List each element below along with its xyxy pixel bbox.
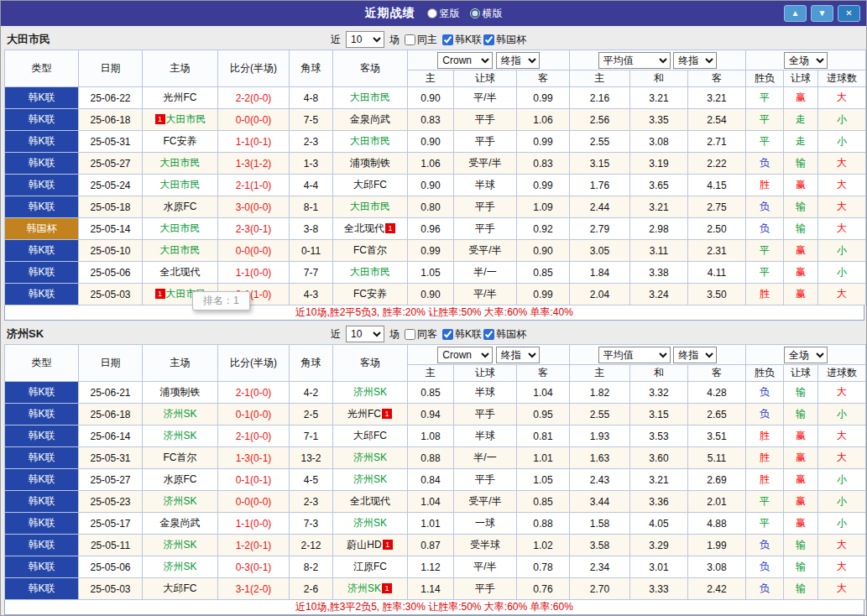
score-cell: 3-0(0-0) bbox=[218, 196, 290, 218]
rank-badge[interactable]: 1 bbox=[385, 223, 395, 233]
team-link: 浦项制铁 bbox=[160, 386, 201, 398]
same-venue-label: 同主 bbox=[417, 33, 437, 47]
euro-draw-odds: 3.36 bbox=[630, 491, 688, 513]
euro-draw-odds: 3.32 bbox=[630, 382, 688, 404]
match-row: 韩K联25-06-181大田市民0-0(0-0)7-5金泉尚武0.83平手1.0… bbox=[5, 109, 866, 131]
rank-badge[interactable]: 1 bbox=[155, 289, 165, 299]
vertical-radio[interactable] bbox=[427, 8, 437, 18]
scope-select[interactable]: 全场 bbox=[784, 347, 828, 363]
cup-filter[interactable]: 韩国杯 bbox=[483, 327, 526, 342]
handicap-result: 输 bbox=[784, 153, 818, 175]
away-team-cell: 济州SK1 bbox=[333, 578, 408, 600]
match-result: 平 bbox=[746, 240, 784, 262]
euro-home-odds: 1.76 bbox=[570, 175, 630, 196]
corner-cell: 4-2 bbox=[290, 382, 333, 404]
home-team-cell: 全北现代 bbox=[143, 262, 218, 284]
final-odds-select[interactable]: 终指 bbox=[673, 347, 717, 363]
euro-draw-odds: 3.33 bbox=[630, 578, 688, 600]
asia-home-odds: 0.90 bbox=[408, 131, 454, 153]
league-k-checkbox[interactable] bbox=[442, 329, 453, 340]
euro-draw-odds: 4.05 bbox=[630, 513, 688, 535]
match-result: 胜 bbox=[746, 469, 784, 491]
home-team-cell: 济州SK bbox=[143, 535, 218, 556]
goals-result: 小 bbox=[818, 404, 866, 425]
euro-away-odds: 4.88 bbox=[688, 513, 746, 535]
rank-badge[interactable]: 1 bbox=[383, 540, 393, 550]
date-cell: 25-05-27 bbox=[79, 153, 143, 175]
team-link: 大田市民 bbox=[160, 179, 201, 191]
team-link: 大田市民 bbox=[160, 244, 201, 256]
euro-home-odds: 2.79 bbox=[570, 218, 630, 240]
handicap-result: 输 bbox=[784, 382, 818, 404]
section-2-filters: 近 10 场 同客 韩K联 韩国杯 bbox=[331, 326, 526, 342]
asia-away-odds: 0.76 bbox=[517, 578, 570, 600]
score-cell: 1-2(0-1) bbox=[218, 535, 290, 556]
final-odds-select[interactable]: 终指 bbox=[496, 347, 540, 363]
handicap-line: 平手 bbox=[454, 578, 517, 600]
scope-select[interactable]: 全场 bbox=[784, 52, 828, 69]
asia-home-odds: 1.14 bbox=[408, 578, 454, 600]
same-venue-checkbox[interactable] bbox=[405, 329, 415, 340]
layout-option-vertical[interactable]: 竖版 bbox=[427, 7, 460, 21]
recent-label: 近 bbox=[331, 33, 341, 47]
horizontal-radio[interactable] bbox=[470, 8, 480, 18]
same-venue-filter[interactable]: 同主 bbox=[405, 33, 437, 47]
handicap-line: 半球 bbox=[454, 425, 517, 447]
layout-option-horizontal[interactable]: 横版 bbox=[470, 7, 503, 21]
date-cell: 25-06-22 bbox=[79, 87, 143, 109]
away-team-cell: 大田市民 bbox=[333, 262, 408, 284]
date-cell: 25-06-21 bbox=[79, 382, 143, 404]
euro-home-odds: 1.93 bbox=[570, 425, 630, 447]
scroll-up-button[interactable]: ▲ bbox=[784, 5, 807, 22]
close-button[interactable]: ✕ bbox=[838, 5, 860, 22]
average-select[interactable]: 平均值 bbox=[598, 52, 671, 69]
match-row: 韩K联25-05-27水原FC0-1(0-1)4-5济州SK0.84平手1.05… bbox=[5, 469, 866, 491]
handicap-line: 受平/半 bbox=[454, 491, 517, 513]
average-select[interactable]: 平均值 bbox=[598, 347, 671, 363]
league-cell: 韩K联 bbox=[5, 447, 79, 469]
final-odds-select[interactable]: 终指 bbox=[673, 52, 717, 69]
euro-away-odds: 2.22 bbox=[688, 153, 746, 175]
scroll-down-button[interactable]: ▼ bbox=[811, 5, 833, 22]
match-rows-body: 韩K联25-06-22光州FC2-2(0-0)4-8大田市民0.90平/半0.9… bbox=[5, 87, 866, 305]
match-result: 平 bbox=[746, 513, 784, 535]
team-link: 光州FC bbox=[347, 408, 381, 420]
rank-badge[interactable]: 1 bbox=[382, 583, 392, 593]
handicap-result: 输 bbox=[784, 404, 818, 425]
asia-away-odds: 1.06 bbox=[517, 109, 570, 131]
date-cell: 25-05-27 bbox=[79, 469, 143, 491]
score-cell: 1-1(0-0) bbox=[218, 513, 290, 535]
rank-badge[interactable]: 1 bbox=[382, 409, 392, 419]
league-cell: 韩K联 bbox=[5, 535, 79, 556]
final-odds-select[interactable]: 终指 bbox=[496, 52, 540, 69]
team-link: 济州SK bbox=[163, 430, 196, 441]
euro-home-odds: 2.70 bbox=[570, 578, 630, 600]
cup-checkbox[interactable] bbox=[483, 329, 494, 340]
bookmaker-select[interactable]: Crown bbox=[437, 52, 493, 69]
same-venue-filter[interactable]: 同客 bbox=[405, 327, 437, 342]
match-row: 韩K联25-05-10大田市民0-0(0-0)0-11FC首尔0.99受平/半0… bbox=[5, 240, 866, 262]
euro-away-odds: 2.42 bbox=[688, 578, 746, 600]
handicap-line: 半/一 bbox=[454, 447, 517, 469]
league-k-filter[interactable]: 韩K联 bbox=[442, 33, 482, 47]
euro-home-odds: 2.44 bbox=[570, 196, 630, 218]
euro-home-odds: 1.58 bbox=[570, 513, 630, 535]
games-label: 场 bbox=[389, 327, 400, 342]
team-link: 大田市民 bbox=[350, 201, 390, 212]
euro-home-odds: 2.56 bbox=[570, 109, 630, 131]
bookmaker-select[interactable]: Crown bbox=[437, 347, 493, 363]
recent-count-select[interactable]: 10 bbox=[346, 31, 384, 48]
same-venue-checkbox[interactable] bbox=[405, 34, 415, 45]
home-team-cell: 金泉尚武 bbox=[143, 513, 218, 535]
team-1-name: 大田市民 bbox=[7, 32, 50, 47]
cup-filter[interactable]: 韩国杯 bbox=[483, 33, 526, 47]
recent-count-select[interactable]: 10 bbox=[346, 326, 384, 342]
team-link: 大邱FC bbox=[164, 582, 197, 594]
rank-badge[interactable]: 1 bbox=[155, 114, 165, 124]
away-team-cell: 大田市民 bbox=[333, 131, 408, 153]
league-k-filter[interactable]: 韩K联 bbox=[442, 327, 482, 342]
euro-away-odds: 4.15 bbox=[688, 175, 746, 196]
cup-checkbox[interactable] bbox=[483, 34, 494, 45]
league-k-checkbox[interactable] bbox=[442, 34, 453, 45]
match-row: 韩K联25-06-21浦项制铁2-1(0-0)4-2济州SK0.85半球1.04… bbox=[5, 382, 866, 404]
